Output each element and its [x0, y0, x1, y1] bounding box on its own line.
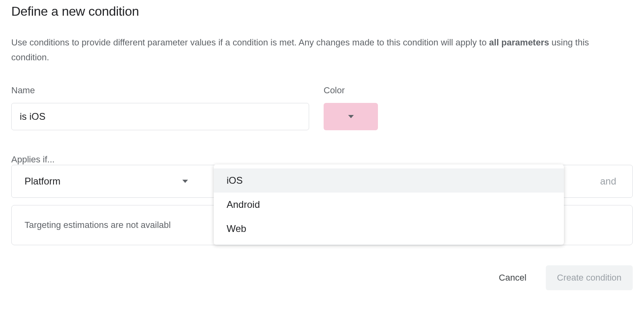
and-label: and — [600, 176, 616, 187]
description-bold: all parameters — [489, 37, 549, 47]
description-prefix: Use conditions to provide different para… — [11, 37, 489, 47]
dialog-title: Define a new condition — [11, 4, 633, 19]
condition-type-value: Platform — [25, 176, 60, 187]
color-picker-button[interactable] — [324, 103, 378, 130]
dropdown-item-ios[interactable]: iOS — [214, 168, 564, 193]
name-field-group: Name — [11, 85, 309, 130]
create-condition-button[interactable]: Create condition — [546, 265, 633, 290]
chevron-down-icon — [182, 180, 188, 183]
color-field-group: Color — [324, 85, 378, 130]
estimation-text: Targeting estimations are not availabl — [25, 220, 171, 230]
condition-type-select[interactable]: Platform — [12, 165, 201, 197]
condition-row: Platform and iOS Android Web — [11, 165, 633, 198]
applies-section: Applies if... Platform and iOS Android W… — [11, 154, 633, 245]
chevron-down-icon — [348, 115, 354, 118]
dialog-footer: Cancel Create condition — [11, 265, 633, 290]
applies-label: Applies if... — [11, 154, 55, 164]
name-input[interactable] — [11, 103, 309, 130]
dialog-description: Use conditions to provide different para… — [11, 35, 591, 65]
color-label: Color — [324, 85, 378, 96]
dropdown-item-web[interactable]: Web — [214, 217, 564, 241]
cancel-button[interactable]: Cancel — [491, 268, 534, 288]
platform-dropdown-menu: iOS Android Web — [214, 164, 564, 245]
name-label: Name — [11, 85, 309, 96]
dropdown-item-android[interactable]: Android — [214, 193, 564, 217]
